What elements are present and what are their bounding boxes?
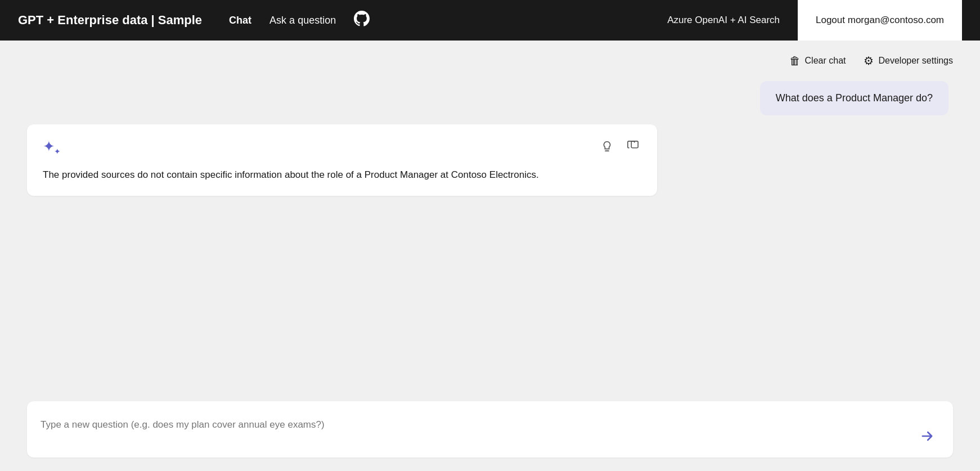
header-right: Azure OpenAI + AI Search Logout morgan@c… [667,0,962,41]
ai-action-buttons [599,138,641,158]
clear-chat-label: Clear chat [805,56,846,66]
chat-input[interactable] [41,418,915,446]
developer-settings-button[interactable]: ⚙ Developer settings [864,54,953,68]
clipboard-button[interactable] [624,138,641,158]
send-button[interactable] [915,426,939,446]
lightbulb-button[interactable] [599,138,615,158]
app-title: GPT + Enterprise data | Sample [18,13,202,28]
trash-icon: 🗑 [789,55,801,68]
app-header: GPT + Enterprise data | Sample Chat Ask … [0,0,980,41]
azure-label: Azure OpenAI + AI Search [667,15,780,26]
user-message: What does a Product Manager do? [760,81,948,115]
github-icon[interactable] [354,11,370,30]
nav-ask[interactable]: Ask a question [269,15,336,26]
logout-button[interactable]: Logout morgan@contoso.com [798,0,962,41]
user-message-wrapper: What does a Product Manager do? [27,81,953,115]
ai-response-header [43,138,641,158]
ai-response-card: The provided sources do not contain spec… [27,124,657,196]
ai-sparkle-icon [43,138,61,156]
clear-chat-button[interactable]: 🗑 Clear chat [789,55,846,68]
input-box [27,401,953,457]
main-content: 🗑 Clear chat ⚙ Developer settings What d… [0,41,980,471]
gear-icon: ⚙ [864,54,874,68]
main-nav: Chat Ask a question [229,11,667,30]
chat-toolbar: 🗑 Clear chat ⚙ Developer settings [27,54,953,68]
chat-area: What does a Product Manager do? [27,81,953,383]
input-area [27,401,953,457]
nav-chat[interactable]: Chat [229,15,251,26]
ai-response-text: The provided sources do not contain spec… [43,167,641,182]
developer-settings-label: Developer settings [878,56,953,66]
